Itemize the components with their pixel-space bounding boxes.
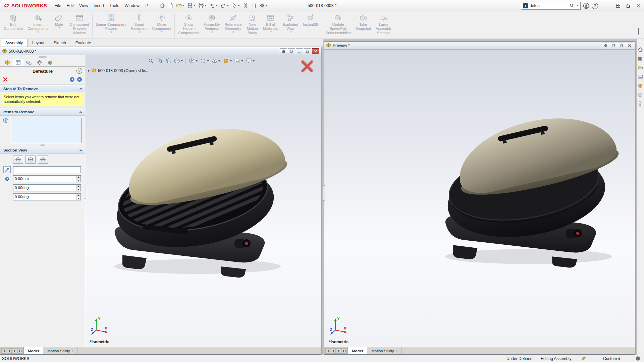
angle2-value[interactable]: 0.00deg: [13, 194, 76, 200]
menu-tools[interactable]: Tools: [107, 2, 122, 10]
view-settings-button[interactable]: [245, 57, 255, 64]
offset-value[interactable]: 0.00mm: [13, 176, 76, 182]
scroll-first-button[interactable]: [1, 348, 6, 354]
items-to-remove-list[interactable]: [11, 118, 82, 143]
undo-button[interactable]: [208, 2, 219, 9]
options-button[interactable]: [258, 2, 269, 9]
ribbon-button-update-speedpak[interactable]: Update SpeedPak Subassemblies: [323, 12, 353, 39]
group-items-to-remove[interactable]: Items to Remove: [0, 109, 85, 116]
window-splitter-grip[interactable]: [323, 185, 325, 201]
tile-vertical-button[interactable]: [280, 48, 287, 54]
preview-titlebar[interactable]: Preview *: [324, 42, 635, 50]
menu-file[interactable]: File: [52, 2, 64, 10]
tab-motion-study[interactable]: Motion Study 1: [43, 347, 77, 354]
ribbon-button-reference-geometry[interactable]: Reference Geometry: [222, 12, 244, 39]
select-button[interactable]: [230, 2, 241, 9]
pm-help-icon[interactable]: ?: [76, 68, 82, 74]
breadcrumb-expander-icon[interactable]: [88, 69, 90, 72]
spin-up-button[interactable]: [76, 194, 80, 197]
resources-button[interactable]: [638, 47, 643, 52]
previous-view-button[interactable]: [164, 57, 172, 64]
tile-horizontal-button[interactable]: [288, 48, 295, 54]
ribbon-button-large-assembly-settings[interactable]: Large Assembly Settings: [373, 12, 394, 39]
zoom-to-fit-button[interactable]: [147, 57, 155, 64]
previous-step-button[interactable]: [69, 77, 75, 82]
ribbon-button-linear-component-pattern[interactable]: Linear Component Pattern: [94, 12, 129, 39]
menu-edit[interactable]: Edit: [64, 2, 77, 10]
dimxpertmanager-tab[interactable]: [34, 59, 45, 66]
appearances-button[interactable]: [638, 83, 643, 88]
spin-up-button[interactable]: [76, 176, 80, 179]
zoom-to-area-button[interactable]: [156, 57, 163, 64]
ribbon-button-exploded-view[interactable]: Exploded View: [280, 12, 301, 39]
save-button[interactable]: [186, 2, 197, 9]
scroll-left-button[interactable]: [331, 348, 336, 354]
pin-menu-icon[interactable]: [142, 2, 151, 9]
hide-show-items-button[interactable]: [211, 57, 221, 64]
redo-button[interactable]: [219, 2, 230, 9]
listbox-resize-handle[interactable]: [0, 144, 85, 147]
apply-scene-button[interactable]: [233, 57, 244, 64]
home-button[interactable]: [158, 2, 166, 9]
angle1-value[interactable]: 0.00deg: [13, 185, 76, 191]
scroll-last-button[interactable]: [17, 348, 22, 354]
edit-appearance-button[interactable]: [222, 57, 232, 64]
grill-knob[interactable]: [234, 239, 251, 248]
print-button[interactable]: [197, 2, 208, 9]
ribbon-button-new-motion-study[interactable]: New Motion Study: [244, 12, 261, 39]
globe-icon[interactable]: [635, 356, 640, 361]
grill-model-3d[interactable]: [104, 112, 291, 279]
preview-close-button[interactable]: [626, 43, 633, 48]
graphics-area[interactable]: 500-018-0003 (Open) <Dis...: [85, 55, 321, 347]
tab-layout[interactable]: Layout: [28, 39, 49, 47]
preview-graphics-area[interactable]: Y X Z *Isometric: [324, 50, 635, 347]
open-button[interactable]: [175, 2, 186, 9]
spin-up-button[interactable]: [76, 185, 80, 188]
file-properties-button[interactable]: [250, 2, 258, 9]
view-orientation-button[interactable]: [188, 57, 198, 64]
tab-model[interactable]: Model: [24, 347, 43, 354]
ribbon-button-instant3d[interactable]: Instant3D: [301, 12, 321, 39]
section-plane-2-button[interactable]: [25, 156, 36, 164]
view-palette-button[interactable]: [638, 74, 643, 79]
section-view-button[interactable]: [173, 57, 183, 64]
tab-assembly[interactable]: Assembly: [1, 39, 28, 47]
group-step-to-remove[interactable]: Step 4: To Remove: [0, 85, 85, 92]
minimize-button[interactable]: [603, 1, 613, 10]
close-button[interactable]: [633, 1, 643, 10]
section-angle2-field[interactable]: 0.00deg: [13, 193, 81, 200]
displaymanager-tab[interactable]: [45, 59, 55, 66]
spin-down-button[interactable]: [76, 179, 80, 182]
ribbon-button-bill-of-materials[interactable]: Bill of Materials: [261, 12, 280, 39]
doc-close-button[interactable]: [312, 48, 319, 54]
new-document-button[interactable]: [166, 2, 175, 9]
defeatured-grill-model-3d[interactable]: [434, 101, 623, 270]
preview-tile-vertical-button[interactable]: [602, 43, 609, 48]
section-angle1-field[interactable]: 0.00deg: [13, 184, 81, 191]
scroll-last-button[interactable]: [341, 348, 346, 354]
preview-restore-button[interactable]: [618, 43, 625, 48]
custom-dropdown[interactable]: Custom: [603, 356, 620, 361]
scroll-right-button[interactable]: [336, 348, 341, 354]
menu-window[interactable]: Window: [122, 2, 142, 10]
menu-insert[interactable]: Insert: [91, 2, 107, 10]
cancel-defeature-button[interactable]: [300, 59, 315, 74]
ribbon-button-insert-components[interactable]: Insert Components: [25, 12, 51, 39]
breadcrumb[interactable]: 500-018-0003 (Open) <Dis...: [88, 68, 149, 73]
scenes-button[interactable]: [638, 92, 643, 98]
file-explorer-button[interactable]: [638, 65, 643, 70]
search-icon[interactable]: [570, 3, 574, 8]
spin-down-button[interactable]: [76, 197, 80, 200]
grill-knob[interactable]: [566, 229, 582, 238]
search-box[interactable]: defea: [521, 2, 581, 10]
doc-restore-button[interactable]: [304, 48, 311, 54]
reverse-direction-button[interactable]: [3, 166, 11, 173]
tab-sketch[interactable]: Sketch: [49, 39, 71, 47]
document-titlebar[interactable]: 500-018-0003 *: [0, 47, 321, 55]
search-input[interactable]: defea: [530, 3, 568, 8]
panel-drag-handle[interactable]: [0, 55, 85, 58]
rebuild-button[interactable]: [241, 2, 250, 9]
menu-view[interactable]: View: [76, 2, 91, 10]
propertymanager-tab[interactable]: [13, 59, 23, 66]
doc-minimize-button[interactable]: [296, 48, 303, 54]
